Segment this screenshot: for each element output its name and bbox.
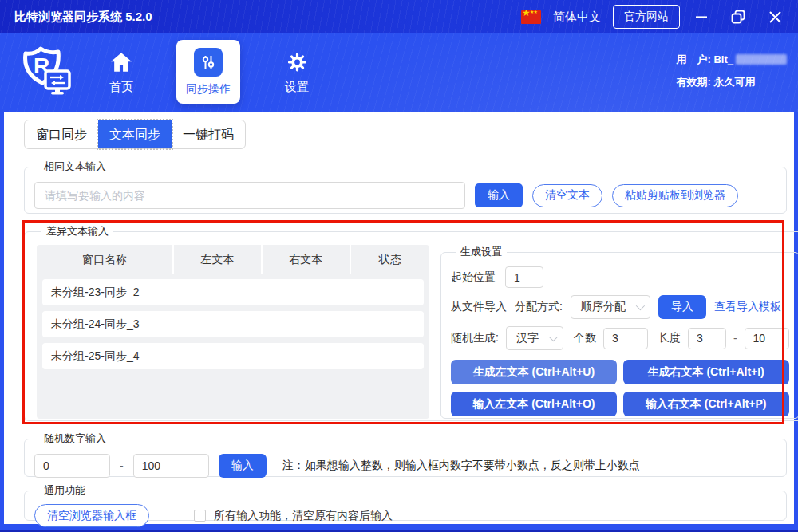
file-import-label: 从文件导入 [451, 300, 507, 314]
user-value-masked [736, 54, 787, 65]
user-info: 用 户: Bit_ 有效期: 永久可用 [677, 54, 788, 87]
china-flag-icon: ★ ★★ [521, 10, 541, 24]
nav-item-home[interactable]: 首页 [91, 53, 152, 95]
minimize-icon [695, 10, 708, 23]
nav-label-home: 首页 [91, 80, 152, 95]
close-icon [768, 10, 782, 24]
count-label: 个数 [574, 331, 596, 345]
restore-icon [731, 10, 745, 24]
alloc-method-value: 顺序分配 [581, 300, 626, 314]
table-row[interactable]: 未分组-23-同步_2 [42, 279, 424, 305]
random-generate-label: 随机生成: [451, 331, 499, 345]
col-right-text: 右文本 [263, 245, 351, 274]
col-left-text: 左文本 [174, 245, 263, 274]
bit-browser-shield-logo: R [19, 46, 73, 97]
generation-settings-section: 生成设置 起始位置 从文件导入 分配方式: 顺序分配 导入 查看导入模板 [440, 245, 798, 419]
home-icon [111, 53, 132, 72]
minimize-button[interactable] [692, 9, 711, 25]
validity-label: 有效期: [677, 76, 711, 88]
input-left-text-button[interactable]: 输入左文本 (Ctrl+Alt+O) [451, 392, 617, 416]
generate-left-text-button[interactable]: 生成左文本 (Ctrl+Alt+U) [451, 360, 617, 384]
tab-bar: 窗口同步 文本同步 一键打码 [24, 120, 246, 149]
nav-label-sync: 同步操作 [186, 82, 231, 97]
random-max-input[interactable] [133, 454, 209, 478]
clear-before-input-checkbox[interactable] [194, 510, 206, 522]
window-table: 窗口名称 左文本 右文本 状态 未分组-23-同步_2 未分组-24-同步_3 … [37, 245, 429, 419]
same-text-section: 相同文本输入 输入 清空文本 粘贴剪贴板到浏览器 [24, 160, 787, 214]
nav-item-sync-operations[interactable]: 同步操作 [176, 40, 240, 104]
start-position-input[interactable] [505, 266, 543, 288]
nav-label-settings: 设置 [267, 80, 327, 95]
length-min-input[interactable] [688, 328, 726, 349]
length-max-input[interactable] [745, 328, 789, 349]
random-number-section: 随机数字输入 - 输入 注：如果想输入整数，则输入框内数字不要带小数点，反之则带… [24, 432, 787, 477]
navbar: R 首页 [0, 33, 798, 112]
general-functions-section: 通用功能 清空浏览器输入框 所有输入功能，清空原有内容后输入 [24, 483, 787, 521]
sliders-icon [194, 48, 223, 77]
table-header: 窗口名称 左文本 右文本 状态 [37, 245, 429, 274]
random-type-select[interactable]: 汉字 [506, 326, 563, 350]
tab-window-sync[interactable]: 窗口同步 [25, 120, 98, 148]
validity-value: 永久可用 [713, 76, 755, 88]
diff-text-legend: 差异文本输入 [41, 224, 113, 238]
count-input[interactable] [603, 328, 648, 349]
random-type-value: 汉字 [516, 331, 539, 345]
chevron-down-icon [636, 301, 645, 310]
user-label: 用 户: Bit_ [677, 53, 734, 65]
random-number-note: 注：如果想输入整数，则输入框内数字不要带小数点，反之则带上小数点 [282, 459, 640, 473]
col-window-name: 窗口名称 [37, 245, 174, 274]
start-position-label: 起始位置 [451, 270, 496, 285]
input-right-text-button[interactable]: 输入右文本 (Ctrl+Alt+P) [623, 392, 789, 416]
gear-icon [287, 53, 307, 72]
alloc-method-label: 分配方式: [515, 300, 563, 314]
same-text-input[interactable] [34, 182, 465, 209]
titlebar-controls: ★ ★★ 简体中文 官方网站 [521, 5, 785, 29]
tab-text-sync[interactable]: 文本同步 [98, 120, 172, 148]
random-min-input[interactable] [34, 454, 110, 478]
restore-button[interactable] [728, 8, 749, 26]
length-label: 长度 [658, 331, 681, 345]
table-row[interactable]: 未分组-24-同步_3 [42, 311, 424, 337]
titlebar: 比特浏览器同步系统 5.2.0 ★ ★★ 简体中文 官方网站 [0, 0, 798, 33]
tab-one-click-captcha[interactable]: 一键打码 [172, 120, 245, 148]
random-number-legend: 随机数字输入 [39, 432, 111, 446]
app-logo: R [19, 46, 73, 100]
generation-settings-legend: 生成设置 [456, 245, 507, 259]
app-window: 比特浏览器同步系统 5.2.0 ★ ★★ 简体中文 官方网站 [0, 0, 798, 532]
view-import-template-link[interactable]: 查看导入模板 [714, 300, 781, 314]
import-button[interactable]: 导入 [658, 295, 706, 319]
alloc-method-select[interactable]: 顺序分配 [571, 295, 650, 319]
chevron-down-icon [549, 333, 558, 341]
general-functions-legend: 通用功能 [39, 483, 90, 498]
length-range-separator: - [733, 332, 737, 345]
same-text-input-button[interactable]: 输入 [475, 183, 523, 207]
app-title: 比特浏览器同步系统 5.2.0 [14, 10, 152, 25]
table-row[interactable]: 未分组-25-同步_4 [42, 343, 424, 369]
random-number-input-button[interactable]: 输入 [219, 454, 267, 478]
close-button[interactable] [765, 9, 785, 26]
clear-text-button[interactable]: 清空文本 [532, 184, 602, 207]
same-text-legend: 相同文本输入 [39, 160, 111, 174]
paste-clipboard-button[interactable]: 粘贴剪贴板到浏览器 [612, 184, 738, 207]
diff-text-section: 差异文本输入 窗口名称 左文本 右文本 状态 未分组-23-同步_2 未分组-2… [24, 224, 798, 421]
official-site-button[interactable]: 官方网站 [613, 5, 680, 29]
clear-browser-input-button[interactable]: 清空浏览器输入框 [34, 504, 149, 527]
generate-right-text-button[interactable]: 生成右文本 (Ctrl+Alt+I) [623, 360, 789, 384]
col-status: 状态 [351, 245, 429, 274]
language-selector[interactable]: 简体中文 [553, 10, 601, 25]
main-content: 窗口同步 文本同步 一键打码 相同文本输入 输入 清空文本 粘贴剪贴板到浏览器 … [4, 112, 794, 524]
clear-before-input-label: 所有输入功能，清空原有内容后输入 [214, 509, 393, 523]
range-separator: - [120, 459, 124, 472]
nav-item-settings[interactable]: 设置 [267, 53, 327, 95]
